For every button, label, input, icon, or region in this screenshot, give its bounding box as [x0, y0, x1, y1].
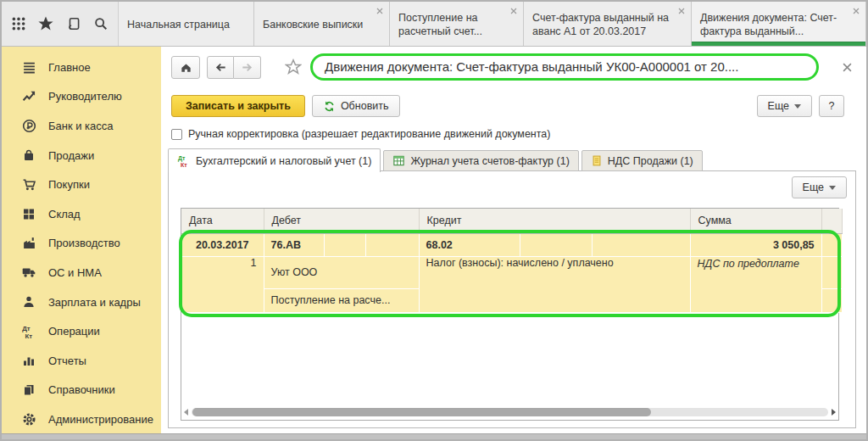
- table-row[interactable]: 20.03.2017 76.АВ 68.02 3 050,85: [181, 233, 842, 256]
- cell-credit-subconto1[interactable]: Налог (взносы): начислено / уплачено: [419, 256, 690, 312]
- col-header-credit[interactable]: Кредит: [419, 209, 690, 233]
- home-button[interactable]: [171, 56, 200, 79]
- dtkt-icon: ДтКт: [19, 324, 38, 339]
- window-bottom-edge: [2, 433, 866, 439]
- history-icon[interactable]: [63, 13, 85, 35]
- movements-table: Дата Дебет Кредит Сумма 20.03.2017 76.АВ…: [181, 209, 843, 313]
- cell-line-number[interactable]: 1: [181, 256, 264, 312]
- col-header-debit[interactable]: Дебет: [264, 209, 419, 233]
- table-row[interactable]: 1 Уют ООО Налог (взносы): начислено / уп…: [181, 256, 842, 288]
- bar-chart-icon: [19, 354, 38, 367]
- tab-label: Движения документа: Счет-фактура выданны…: [700, 11, 852, 39]
- tab-vat-sales[interactable]: НДС Продажи (1): [581, 150, 703, 171]
- back-button[interactable]: [207, 56, 234, 79]
- cart-icon: [19, 177, 38, 192]
- cell-amount[interactable]: 3 050,85: [690, 233, 821, 256]
- app-window: Начальная страница Банковские выписки По…: [0, 0, 868, 441]
- grid-more-button[interactable]: Еще: [792, 176, 847, 198]
- tab-label: Банковские выписки: [263, 18, 363, 31]
- person-icon: [19, 295, 38, 309]
- ruble-icon: [19, 119, 38, 133]
- favorite-star-icon[interactable]: [283, 57, 303, 77]
- col-header-date[interactable]: Дата: [181, 209, 264, 233]
- sidebar-item-main[interactable]: Главное: [2, 53, 161, 82]
- register-panel: Еще Дата Дебет Кредит Сумма: [168, 170, 856, 428]
- sidebar-item-manager[interactable]: Руководителю: [2, 82, 161, 112]
- svg-text:Кт: Кт: [181, 162, 187, 168]
- cell-date-selected[interactable]: 20.03.2017: [181, 233, 264, 256]
- sidebar-item-operations[interactable]: ДтКт Операции: [2, 316, 161, 346]
- bag-icon: [19, 148, 38, 162]
- trend-chart-icon: [19, 89, 38, 103]
- table-header-row: Дата Дебет Кредит Сумма: [181, 209, 842, 233]
- tab-invoice-advance[interactable]: Счет-фактура выданный на аванс А1 от 20.…: [524, 2, 692, 46]
- sidebar-item-fixed-assets[interactable]: ОС и НМА: [2, 258, 161, 287]
- tab-bank-statements[interactable]: Банковские выписки: [254, 2, 390, 46]
- tab-document-movements[interactable]: Движения документа: Счет-фактура выданны…: [692, 2, 866, 46]
- scroll-left-icon[interactable]: [184, 409, 188, 416]
- form-nav-row: Движения документа: Счет-фактура выданны…: [171, 53, 854, 81]
- sidebar-item-warehouse[interactable]: Склад: [2, 199, 161, 229]
- search-icon[interactable]: [90, 13, 112, 35]
- sidebar-item-directories[interactable]: Справочники: [2, 376, 161, 405]
- cell-debit-subconto1[interactable]: Уют ООО: [264, 256, 419, 288]
- scrollbar-thumb[interactable]: [192, 408, 651, 416]
- tab-label: Счет-фактура выданный на аванс А1 от 20.…: [532, 11, 677, 39]
- svg-text:Дт: Дт: [178, 155, 186, 162]
- refresh-button[interactable]: Обновить: [312, 95, 400, 117]
- warehouse-icon: [19, 207, 38, 220]
- sidebar-item-reports[interactable]: Отчеты: [2, 346, 161, 376]
- refresh-icon: [323, 100, 336, 113]
- more-button[interactable]: Еще: [757, 95, 812, 117]
- vat-doc-icon: [591, 154, 603, 167]
- tab-close-icon[interactable]: [851, 6, 861, 16]
- close-form-icon[interactable]: [839, 59, 854, 75]
- tab-close-icon[interactable]: [509, 6, 519, 16]
- top-bar: Начальная страница Банковские выписки По…: [2, 2, 866, 47]
- svg-text:Кт: Кт: [25, 332, 33, 339]
- tab-close-icon[interactable]: [375, 6, 385, 16]
- books-icon: [19, 383, 38, 397]
- horizontal-scrollbar[interactable]: [184, 407, 836, 417]
- sidebar-item-payroll[interactable]: Зарплата и кадры: [2, 287, 161, 317]
- svg-text:Дт: Дт: [22, 325, 31, 332]
- tab-receipt-to-account[interactable]: Поступление на расчетный счет...: [390, 2, 524, 46]
- command-bar: Записать и закрыть Обновить Еще ?: [171, 94, 844, 118]
- document-form: Движения документа: Счет-фактура выданны…: [161, 47, 866, 433]
- manual-correction-row: Ручная корректировка (разрешает редактир…: [171, 127, 550, 141]
- save-close-button[interactable]: Записать и закрыть: [171, 95, 305, 117]
- sidebar-item-purchases[interactable]: Покупки: [2, 170, 161, 199]
- sidebar-item-production[interactable]: Производство: [2, 229, 161, 259]
- tab-home-page[interactable]: Начальная страница: [119, 2, 254, 46]
- apps-grid-icon[interactable]: [8, 13, 30, 35]
- journal-grid-icon: [392, 154, 405, 167]
- sidebar-item-bank-cash[interactable]: Банк и касса: [2, 111, 161, 141]
- arrow-right-icon: [241, 61, 253, 74]
- quick-tools-panel: [2, 2, 119, 46]
- cell-credit-account[interactable]: 68.02: [419, 233, 520, 256]
- window-tabs: Начальная страница Банковские выписки По…: [119, 2, 866, 46]
- tab-invoice-journal[interactable]: Журнал учета счетов-фактур (1): [383, 150, 578, 171]
- cell-debit-subconto2[interactable]: Поступление на расче...: [264, 288, 419, 312]
- home-icon: [180, 61, 192, 74]
- manual-correction-label: Ручная корректировка (разрешает редактир…: [188, 128, 550, 140]
- manual-correction-checkbox[interactable]: [171, 129, 182, 140]
- cell-debit-account[interactable]: 76.АВ: [264, 233, 324, 256]
- sections-sidebar: Главное Руководителю Банк и касса Продаж…: [2, 47, 161, 433]
- col-header-amount[interactable]: Сумма: [690, 209, 821, 233]
- col-header-extra: [821, 209, 842, 233]
- sidebar-item-sales[interactable]: Продажи: [2, 141, 161, 170]
- help-button[interactable]: ?: [819, 95, 844, 117]
- favorites-star-icon[interactable]: [35, 13, 57, 35]
- factory-icon: [19, 236, 38, 250]
- dtkt-color-icon: ДтКт: [177, 154, 191, 168]
- cell-amount-note[interactable]: НДС по предоплате: [690, 256, 821, 312]
- forward-button[interactable]: [234, 56, 261, 79]
- scroll-right-icon[interactable]: [832, 409, 836, 416]
- tab-accounting-register[interactable]: ДтКт Бухгалтерский и налоговый учет (1): [168, 148, 381, 172]
- truck-icon: [19, 265, 38, 280]
- tab-close-icon[interactable]: [676, 6, 687, 16]
- tab-label: Поступление на расчетный счет...: [398, 11, 509, 39]
- sidebar-item-administration[interactable]: Администрирование: [2, 405, 161, 434]
- menu-lines-icon: [19, 60, 38, 75]
